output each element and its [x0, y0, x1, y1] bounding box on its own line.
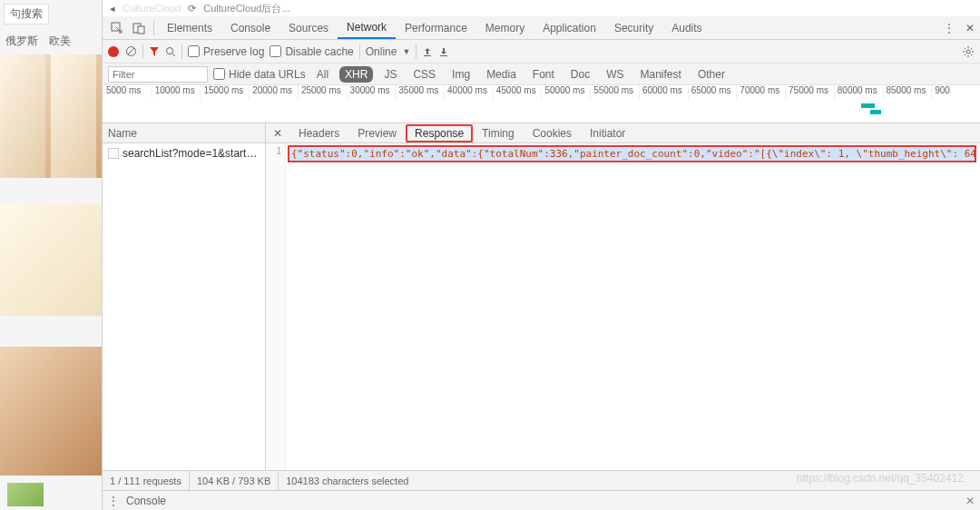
svg-line-6: [172, 54, 175, 56]
hide-data-urls-checkbox[interactable]: Hide data URLs: [213, 68, 306, 81]
record-button[interactable]: [108, 46, 119, 57]
network-toolbar: Preserve log Disable cache Online ▼: [103, 40, 980, 64]
page-breadcrumb: ◂ CultureCloud ⟳ CultureCloud后台...: [103, 0, 980, 16]
devtools-tab-network[interactable]: Network: [338, 16, 396, 39]
devtools-tab-sources[interactable]: Sources: [279, 16, 338, 39]
status-transfer: 104 KB / 793 KB: [190, 471, 279, 490]
filter-type-other[interactable]: Other: [692, 66, 730, 83]
page-content-panel: 句搜索 俄罗斯 欧美: [0, 0, 102, 510]
filter-type-js[interactable]: JS: [378, 66, 402, 83]
devtools-tab-memory[interactable]: Memory: [476, 16, 534, 39]
category-link-1[interactable]: 俄罗斯: [5, 34, 38, 49]
line-number: 1: [266, 143, 285, 156]
inspect-element-icon[interactable]: [110, 21, 124, 35]
filter-type-all[interactable]: All: [311, 66, 334, 83]
throttling-select[interactable]: Online: [366, 45, 397, 58]
close-devtools-icon[interactable]: ✕: [960, 22, 980, 34]
devtools-tab-elements[interactable]: Elements: [158, 16, 221, 39]
svg-rect-7: [424, 55, 431, 56]
response-json-text[interactable]: {"status":0,"info":"ok","data":{"totalNu…: [288, 145, 976, 162]
request-name: searchList?mode=1&start=48...: [122, 147, 260, 160]
filter-type-font[interactable]: Font: [527, 66, 560, 83]
detail-tabs: ✕ Headers Preview Response Timing Cookie…: [266, 123, 980, 143]
close-drawer-icon[interactable]: ✕: [965, 495, 975, 507]
detail-tab-headers[interactable]: Headers: [289, 123, 348, 142]
back-icon[interactable]: ◂: [110, 3, 115, 15]
detail-tab-response[interactable]: Response: [406, 124, 473, 142]
devtools-tab-bar: Elements Console Sources Network Perform…: [103, 16, 980, 40]
thumbnail-image[interactable]: [0, 204, 102, 316]
filter-icon[interactable]: [149, 46, 160, 57]
close-detail-icon[interactable]: ✕: [266, 127, 289, 140]
breadcrumb-left: CultureCloud: [122, 3, 181, 14]
console-drawer: ⋮ Console ✕: [103, 490, 980, 510]
column-header-name[interactable]: Name: [103, 123, 265, 143]
thumbnail-image[interactable]: [7, 483, 44, 506]
filter-type-ws[interactable]: WS: [601, 66, 629, 83]
divider: [359, 44, 360, 59]
filter-type-manifest[interactable]: Manifest: [635, 66, 687, 83]
filter-type-media[interactable]: Media: [481, 66, 522, 83]
svg-point-5: [167, 47, 173, 54]
devtools-tab-audits[interactable]: Audits: [662, 16, 710, 39]
upload-icon[interactable]: [422, 46, 433, 57]
status-selected: 104183 characters selected: [279, 471, 416, 490]
filter-type-xhr[interactable]: XHR: [339, 66, 373, 83]
divider: [153, 21, 154, 35]
detail-tab-cookies[interactable]: Cookies: [524, 123, 581, 142]
divider: [142, 44, 143, 59]
devtools-tab-application[interactable]: Application: [534, 16, 605, 39]
svg-rect-8: [440, 55, 447, 56]
svg-line-4: [128, 48, 134, 54]
kebab-menu-icon[interactable]: ⋮: [938, 22, 960, 34]
svg-rect-2: [138, 26, 144, 34]
preserve-log-checkbox[interactable]: Preserve log: [188, 45, 264, 58]
devtools-tab-performance[interactable]: Performance: [396, 16, 476, 39]
timeline-ticks: 5000 ms 10000 ms 15000 ms 20000 ms 25000…: [103, 85, 980, 100]
thumbnail-image[interactable]: [0, 347, 102, 476]
request-name-column: Name searchList?mode=1&start=48...: [103, 123, 266, 470]
download-icon[interactable]: [438, 46, 449, 57]
console-drawer-label[interactable]: Console: [126, 495, 166, 507]
detail-tab-timing[interactable]: Timing: [473, 123, 524, 142]
divider: [181, 44, 182, 59]
thumbnail-image[interactable]: [0, 54, 102, 178]
devtools-tab-security[interactable]: Security: [605, 16, 662, 39]
watermark-text: https://blog.csdn.net/qq_35402412: [797, 472, 964, 485]
filter-input[interactable]: [108, 66, 208, 83]
svg-point-9: [966, 50, 970, 54]
detail-tab-initiator[interactable]: Initiator: [581, 123, 634, 142]
breadcrumb-right: CultureCloud后台...: [203, 2, 289, 15]
detail-tab-preview[interactable]: Preview: [348, 123, 406, 142]
refresh-icon[interactable]: ⟳: [188, 3, 196, 15]
timeline-bars: [103, 100, 980, 123]
request-detail-panel: ✕ Headers Preview Response Timing Cookie…: [266, 123, 980, 470]
filter-type-css[interactable]: CSS: [407, 66, 441, 83]
response-body[interactable]: 1 {"status":0,"info":"ok","data":{"total…: [266, 143, 980, 470]
console-menu-icon[interactable]: ⋮: [108, 495, 119, 507]
line-gutter: 1: [266, 143, 286, 470]
gear-icon[interactable]: [962, 45, 975, 58]
device-toolbar-icon[interactable]: [132, 21, 146, 35]
devtools-panel: ◂ CultureCloud ⟳ CultureCloud后台... Eleme…: [102, 0, 980, 510]
search-label: 句搜索: [4, 4, 49, 25]
filter-type-doc[interactable]: Doc: [565, 66, 595, 83]
divider: [416, 44, 416, 59]
status-requests: 1 / 111 requests: [103, 471, 190, 490]
waterfall-overview[interactable]: 5000 ms 10000 ms 15000 ms 20000 ms 25000…: [103, 85, 980, 123]
devtools-tab-console[interactable]: Console: [221, 16, 279, 39]
file-icon: [108, 148, 119, 159]
clear-icon[interactable]: [124, 45, 137, 58]
category-link-2[interactable]: 欧美: [49, 34, 71, 49]
search-icon[interactable]: [165, 46, 176, 57]
request-row[interactable]: searchList?mode=1&start=48...: [103, 143, 265, 163]
filter-type-img[interactable]: Img: [446, 66, 475, 83]
filter-bar: Hide data URLs All XHR JS CSS Img Media …: [103, 64, 980, 85]
dropdown-icon[interactable]: ▼: [402, 47, 410, 56]
disable-cache-checkbox[interactable]: Disable cache: [270, 45, 353, 58]
